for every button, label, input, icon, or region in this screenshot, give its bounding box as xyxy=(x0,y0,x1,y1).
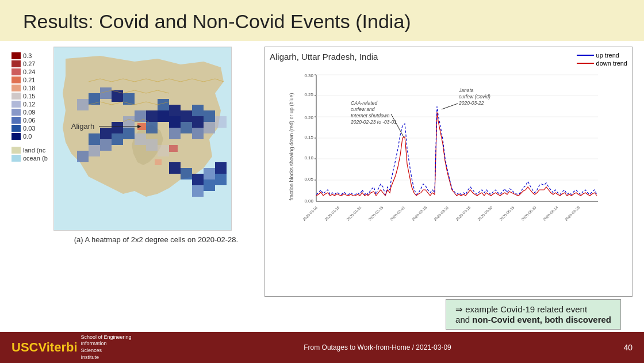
legend-color-swatch xyxy=(12,117,21,124)
up-trend-legend-item: up trend xyxy=(577,52,627,59)
svg-rect-26 xyxy=(215,116,227,128)
svg-rect-40 xyxy=(77,99,89,110)
usc-letters: USC xyxy=(12,340,38,354)
right-panel: Aligarh, Uttar Pradesh, India up trend d… xyxy=(264,47,632,332)
svg-rect-31 xyxy=(204,168,215,179)
svg-rect-33 xyxy=(192,185,204,197)
svg-rect-23 xyxy=(135,133,146,145)
svg-text:2020-06-14: 2020-06-14 xyxy=(542,205,559,221)
svg-rect-9 xyxy=(192,105,204,116)
map-svg xyxy=(54,47,232,231)
svg-text:0.30: 0.30 xyxy=(304,73,313,78)
svg-rect-29 xyxy=(181,168,192,179)
svg-rect-16 xyxy=(123,116,135,128)
viterbi-text: Viterbi xyxy=(38,340,77,354)
svg-rect-8 xyxy=(181,110,192,122)
legend-color-swatch xyxy=(12,93,21,100)
svg-rect-13 xyxy=(192,116,204,128)
legend-color-swatch xyxy=(12,77,21,83)
map-container: 0.3 0.27 0.24 0.21 xyxy=(12,47,259,332)
svg-rect-11 xyxy=(169,128,181,139)
legend-color-swatch xyxy=(12,125,21,132)
legend-item: ocean (b xyxy=(12,155,48,162)
legend-value: 0.24 xyxy=(23,68,35,75)
legend-item: 0.12 xyxy=(12,101,48,108)
svg-rect-15 xyxy=(135,110,146,122)
legend-item: 0.09 xyxy=(12,109,48,116)
chart-legend: up trend down trend xyxy=(577,52,627,67)
svg-text:2020-02-15: 2020-02-15 xyxy=(367,205,384,221)
svg-rect-18 xyxy=(123,128,135,139)
svg-rect-12 xyxy=(181,122,192,133)
map-area: Aligarh (a) A heatmap of 2x2 degree cell… xyxy=(53,47,259,332)
legend-value: 0.0 xyxy=(23,133,32,140)
result-bold-text: non-Covid event, both discovered xyxy=(472,315,611,324)
footer-center-text: From Outages to Work-from-Home / 2021-03… xyxy=(132,343,624,351)
legend-value: 0.3 xyxy=(23,52,32,59)
legend-value: 0.21 xyxy=(23,77,35,83)
institute-name: Information Sciences Institute xyxy=(81,341,132,361)
svg-rect-3 xyxy=(146,110,158,122)
svg-rect-37 xyxy=(100,87,112,99)
svg-rect-28 xyxy=(169,162,181,174)
result-arrow: ⇒ xyxy=(455,304,463,314)
result-box-row: ⇒ example Covid-19 related event and non… xyxy=(264,297,632,332)
footer-institute-info: School of Engineering Information Scienc… xyxy=(81,334,132,361)
legend-color-swatch xyxy=(12,147,21,154)
svg-text:0.05: 0.05 xyxy=(304,177,313,182)
legend-color-swatch xyxy=(12,60,21,67)
svg-rect-24 xyxy=(192,128,204,139)
result-text2: and xyxy=(455,315,472,324)
svg-rect-35 xyxy=(215,174,227,185)
legend-item: land (nc xyxy=(12,147,48,154)
svg-rect-6 xyxy=(158,99,169,110)
legend-color-swatch xyxy=(12,155,21,162)
chart-wrapper: Aligarh, Uttar Pradesh, India up trend d… xyxy=(264,47,632,297)
svg-rect-41 xyxy=(89,145,100,156)
main-content: 0.3 0.27 0.24 0.21 xyxy=(0,41,644,332)
down-trend-legend-item: down trend xyxy=(577,60,627,67)
color-legend: 0.3 0.27 0.24 0.21 xyxy=(12,47,48,332)
svg-text:2020-05-15: 2020-05-15 xyxy=(499,205,515,221)
svg-rect-36 xyxy=(89,93,100,105)
svg-text:2020-05-30: 2020-05-30 xyxy=(520,205,537,221)
legend-value: 0.18 xyxy=(23,85,35,91)
svg-text:2020-01-01: 2020-01-01 xyxy=(302,205,319,221)
svg-text:2020-04-15: 2020-04-15 xyxy=(455,205,471,221)
svg-rect-43 xyxy=(146,139,158,151)
svg-rect-7 xyxy=(169,116,181,128)
svg-rect-19 xyxy=(112,133,123,145)
legend-value: ocean (b xyxy=(23,155,48,162)
up-trend-label: up trend xyxy=(596,52,619,59)
legend-item: 0.3 xyxy=(12,52,48,59)
svg-rect-4 xyxy=(158,110,169,122)
legend-item: 0.15 xyxy=(12,93,48,100)
chart-title: Aligarh, Uttar Pradesh, India xyxy=(270,52,378,62)
legend-item: 0.27 xyxy=(12,60,48,67)
legend-item: 0.21 xyxy=(12,77,48,83)
svg-rect-25 xyxy=(204,122,215,133)
svg-text:2020-03-22: 2020-03-22 xyxy=(458,100,484,106)
svg-rect-42 xyxy=(77,151,89,162)
svg-text:0.15: 0.15 xyxy=(304,135,313,140)
svg-rect-5 xyxy=(169,105,181,116)
aligarh-label: Aligarh xyxy=(71,122,94,131)
legend-value: 0.03 xyxy=(23,125,35,132)
legend-item: 0.18 xyxy=(12,85,48,91)
legend-color-swatch xyxy=(12,52,21,59)
svg-rect-34 xyxy=(215,162,227,174)
svg-text:0.25: 0.25 xyxy=(304,92,313,97)
svg-text:2020-03-16: 2020-03-16 xyxy=(411,205,428,221)
svg-rect-32 xyxy=(204,179,215,191)
svg-text:0.00: 0.00 xyxy=(304,198,313,204)
legend-color-swatch xyxy=(12,68,21,75)
svg-text:Janata: Janata xyxy=(458,87,474,93)
legend-value: 0.27 xyxy=(23,60,35,67)
svg-text:2020-02-23 to -03-01: 2020-02-23 to -03-01 xyxy=(350,119,397,125)
map-caption: (a) A heatmap of 2x2 degree cells on 202… xyxy=(53,235,259,244)
slide: Results: Covid and Non-Covid Events (Ind… xyxy=(0,0,644,363)
usc-text: USCViterbi xyxy=(12,340,78,355)
svg-rect-45 xyxy=(169,145,178,152)
svg-text:fraction blocks showing down (: fraction blocks showing down (red) or up… xyxy=(289,93,294,200)
svg-text:2020-01-31: 2020-01-31 xyxy=(346,205,362,221)
